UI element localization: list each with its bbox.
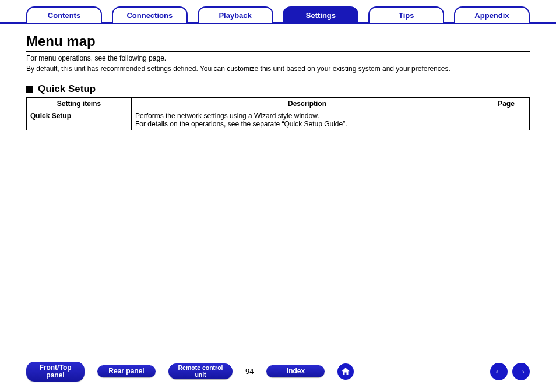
top-tabs: Contents Connections Playback Settings T…: [0, 0, 556, 24]
tab-contents[interactable]: Contents: [26, 6, 102, 23]
section-heading: Quick Setup: [26, 83, 530, 95]
table-row: Quick Setup Performs the network setting…: [27, 110, 530, 130]
arrow-left-icon: ←: [494, 366, 504, 377]
square-bullet-icon: [26, 86, 33, 93]
page-title: Menu map: [26, 33, 530, 52]
home-icon[interactable]: [337, 363, 354, 380]
arrow-right-icon: →: [516, 366, 526, 377]
section-heading-label: Quick Setup: [38, 83, 96, 95]
intro-line1: For menu operations, see the following p…: [26, 54, 530, 62]
front-top-l1: Front/Top: [39, 363, 71, 372]
front-top-panel-button[interactable]: Front/Top panel: [26, 362, 85, 382]
nav-arrows: ← →: [490, 363, 530, 380]
desc-line2: For details on the operations, see the s…: [135, 120, 347, 128]
main-content: Menu map For menu operations, see the fo…: [0, 24, 556, 130]
tab-settings[interactable]: Settings: [283, 6, 358, 23]
tab-appendix[interactable]: Appendix: [454, 6, 530, 23]
prev-page-button[interactable]: ←: [490, 363, 508, 380]
tab-connections[interactable]: Connections: [112, 6, 188, 23]
cell-setting-item: Quick Setup: [27, 110, 132, 130]
next-page-button[interactable]: →: [512, 363, 530, 380]
th-description: Description: [132, 98, 483, 110]
tab-tips[interactable]: Tips: [368, 6, 444, 23]
settings-table: Setting items Description Page Quick Set…: [26, 97, 530, 130]
tab-playback[interactable]: Playback: [198, 6, 273, 23]
table-header-row: Setting items Description Page: [27, 98, 530, 110]
remote-control-button[interactable]: Remote control unit: [168, 363, 233, 379]
cell-description: Performs the network settings using a Wi…: [132, 110, 483, 130]
th-page: Page: [483, 98, 530, 110]
front-top-l2: panel: [46, 371, 64, 379]
cell-page: –: [483, 110, 530, 130]
rear-panel-button[interactable]: Rear panel: [97, 365, 156, 377]
remote-l1: Remote control: [178, 364, 223, 371]
index-button[interactable]: Index: [266, 365, 325, 377]
intro-line2: By default, this unit has recommended se…: [26, 65, 530, 73]
remote-l2: unit: [195, 371, 206, 378]
page-number: 94: [245, 367, 254, 376]
footer-bar: Front/Top panel Rear panel Remote contro…: [0, 362, 556, 382]
intro-text: For menu operations, see the following p…: [26, 54, 530, 73]
desc-line1: Performs the network settings using a Wi…: [135, 112, 319, 120]
th-setting-items: Setting items: [27, 98, 132, 110]
